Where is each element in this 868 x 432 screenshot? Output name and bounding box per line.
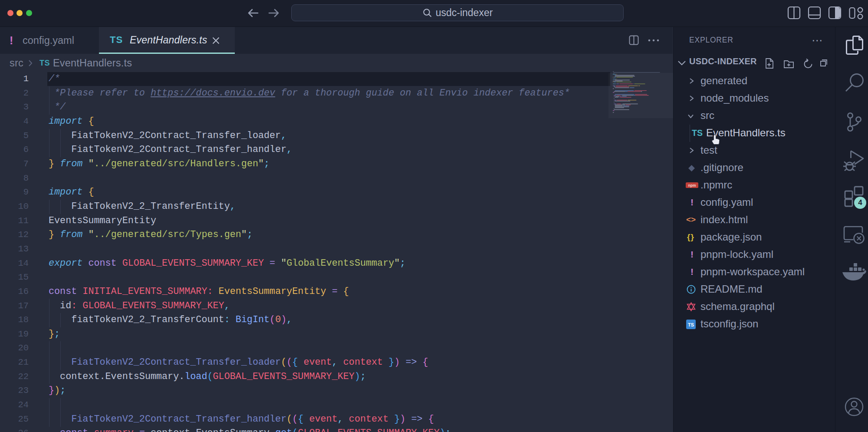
svg-text:npm: npm <box>688 183 696 188</box>
svg-text:TS: TS <box>688 322 694 327</box>
